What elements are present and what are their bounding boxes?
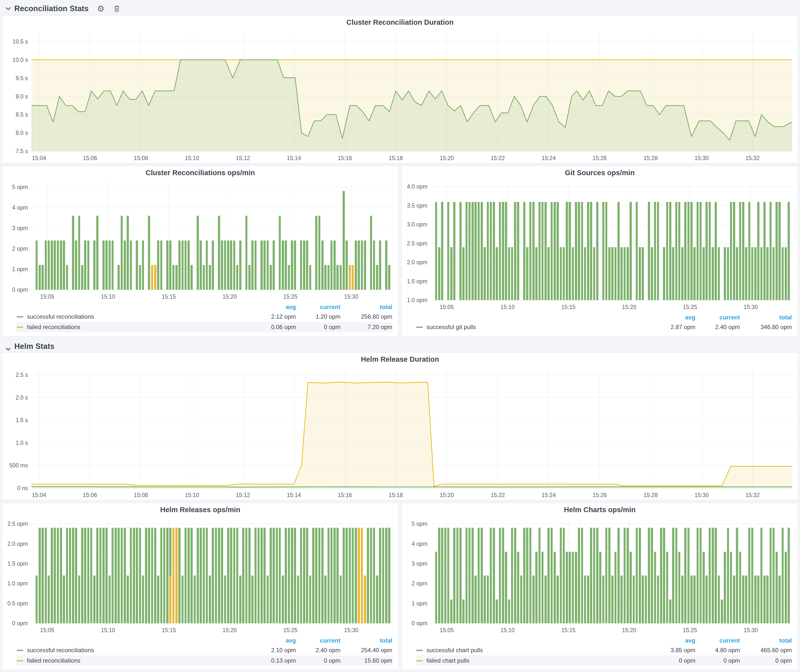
panel-title[interactable]: Helm Releases ops/min bbox=[2, 503, 398, 516]
svg-text:15:05: 15:05 bbox=[40, 627, 54, 634]
svg-text:15:26: 15:26 bbox=[592, 492, 607, 498]
panel-cluster-reconciliation-duration: Cluster Reconciliation Duration 7.5 s8.0… bbox=[2, 15, 798, 163]
legend-header-avg[interactable]: avg bbox=[251, 637, 296, 644]
legend-series-label[interactable]: successful git pulls bbox=[416, 324, 651, 331]
svg-text:15:04: 15:04 bbox=[32, 155, 46, 161]
svg-text:15:16: 15:16 bbox=[338, 492, 352, 498]
svg-text:10.0 s: 10.0 s bbox=[12, 57, 28, 63]
panel-title[interactable]: Helm Charts ops/min bbox=[402, 503, 798, 516]
dashboard: Reconciliation Stats ⚙ Cluster Reconcili… bbox=[0, 0, 800, 672]
legend-header-avg[interactable]: avg bbox=[651, 314, 695, 321]
legend-header-total[interactable]: total bbox=[740, 314, 792, 321]
svg-text:15:14: 15:14 bbox=[287, 492, 301, 498]
helm-charts-chart[interactable]: 0 opm1 opm2 opm3 opm4 opm5 opm15:0515:10… bbox=[402, 516, 798, 635]
legend-total-value: 346.80 opm bbox=[740, 324, 792, 331]
svg-text:2.0 opm: 2.0 opm bbox=[7, 541, 28, 547]
panel-title[interactable]: Cluster Reconciliation Duration bbox=[2, 16, 798, 29]
svg-text:15:30: 15:30 bbox=[344, 627, 358, 634]
legend-series-label[interactable]: successful chart pulls bbox=[416, 647, 651, 654]
legend-header-current[interactable]: current bbox=[296, 637, 341, 644]
legend-current-value: 2.40 opm bbox=[296, 647, 341, 654]
svg-text:15:24: 15:24 bbox=[541, 155, 556, 161]
svg-text:15:10: 15:10 bbox=[101, 627, 115, 634]
legend-series-label[interactable]: failed chart pulls bbox=[416, 657, 651, 664]
svg-text:15:30: 15:30 bbox=[744, 627, 758, 634]
panel-helm-charts-opm: Helm Charts ops/min 0 opm1 opm2 opm3 opm… bbox=[402, 503, 798, 670]
svg-text:2.0 s: 2.0 s bbox=[16, 394, 28, 401]
helm-release-duration-chart[interactable]: 0 ns500 ms1.0 s1.5 s2.0 s2.5 s15:0415:06… bbox=[2, 366, 798, 500]
svg-text:7.5 s: 7.5 s bbox=[16, 148, 28, 154]
svg-text:1.5 opm: 1.5 opm bbox=[407, 278, 427, 285]
svg-text:2.5 s: 2.5 s bbox=[16, 372, 28, 378]
legend: avg current total successful reconciliat… bbox=[2, 302, 398, 336]
svg-text:15:16: 15:16 bbox=[338, 155, 352, 161]
gear-icon[interactable]: ⚙ bbox=[97, 5, 104, 13]
legend-avg-value: 2.12 opm bbox=[251, 313, 296, 320]
cluster-reconciliations-chart[interactable]: 0 opm1 opm2 opm3 opm4 opm5 opm15:0515:10… bbox=[2, 179, 398, 302]
chevron-down-icon bbox=[5, 347, 11, 351]
series-color-dash bbox=[17, 316, 23, 317]
legend-row-failed-reconciliations: failed reconciliations 0.06 opm 0 opm 7.… bbox=[17, 322, 392, 332]
svg-text:15:20: 15:20 bbox=[440, 155, 454, 161]
legend-row-failed-chart-pulls: failed chart pulls 0 opm 0 opm 0 opm bbox=[416, 655, 792, 666]
svg-text:15:20: 15:20 bbox=[622, 304, 637, 310]
svg-text:2 opm: 2 opm bbox=[12, 245, 28, 252]
legend-row-successful-reconciliations: successful reconciliations 2.10 opm 2.40… bbox=[17, 645, 392, 655]
panel-title[interactable]: Cluster Reconciliations ops/min bbox=[2, 166, 398, 179]
helm-releases-chart[interactable]: 0 opm0.5 opm1.0 opm1.5 opm2.0 opm2.5 opm… bbox=[2, 516, 398, 635]
svg-text:5 opm: 5 opm bbox=[412, 521, 427, 527]
legend-header-total[interactable]: total bbox=[341, 304, 392, 310]
panel-title[interactable]: Helm Release Duration bbox=[2, 353, 798, 366]
svg-text:15:30: 15:30 bbox=[344, 293, 358, 300]
legend-series-label[interactable]: failed reconciliations bbox=[17, 324, 251, 331]
legend-total-value: 465.60 opm bbox=[740, 647, 792, 654]
svg-text:15:05: 15:05 bbox=[440, 627, 454, 634]
section-title: Reconciliation Stats bbox=[14, 4, 88, 13]
svg-text:15:32: 15:32 bbox=[745, 155, 760, 161]
legend-header-total[interactable]: total bbox=[341, 637, 392, 644]
svg-text:15:12: 15:12 bbox=[236, 492, 250, 498]
legend-current-value: 4.80 opm bbox=[695, 647, 740, 654]
legend: avg current total successful chart pulls… bbox=[402, 635, 798, 670]
legend-series-label[interactable]: successful reconciliations bbox=[17, 313, 251, 320]
section-header-reconciliation-stats[interactable]: Reconciliation Stats ⚙ bbox=[2, 2, 798, 15]
svg-text:15:10: 15:10 bbox=[101, 293, 115, 300]
svg-text:0 ns: 0 ns bbox=[17, 485, 28, 491]
legend-avg-value: 0.13 opm bbox=[251, 657, 296, 664]
series-color-dash bbox=[416, 650, 423, 651]
legend-header-row: avg current total bbox=[416, 313, 792, 322]
git-sources-chart[interactable]: 1.0 opm1.5 opm2.0 opm2.5 opm3.0 opm3.5 o… bbox=[402, 179, 798, 312]
svg-text:1.5 opm: 1.5 opm bbox=[7, 560, 28, 567]
legend-series-label[interactable]: successful reconciliations bbox=[17, 647, 251, 654]
legend-header-current[interactable]: current bbox=[695, 314, 740, 321]
svg-text:15:25: 15:25 bbox=[683, 304, 697, 310]
svg-text:1.5 s: 1.5 s bbox=[16, 417, 28, 423]
svg-text:15:30: 15:30 bbox=[694, 492, 709, 498]
panel-helm-releases-opm: Helm Releases ops/min 0 opm0.5 opm1.0 op… bbox=[2, 503, 398, 670]
svg-text:15:15: 15:15 bbox=[561, 627, 576, 634]
series-color-dash bbox=[416, 660, 423, 661]
svg-text:15:22: 15:22 bbox=[491, 492, 505, 498]
panel-title[interactable]: Git Sources ops/min bbox=[402, 166, 798, 179]
legend-header-avg[interactable]: avg bbox=[651, 637, 695, 644]
legend-current-value: 2.40 opm bbox=[695, 324, 740, 331]
panel-helm-release-duration: Helm Release Duration 0 ns500 ms1.0 s1.5… bbox=[2, 352, 798, 500]
panel-git-sources-opm: Git Sources ops/min 1.0 opm1.5 opm2.0 op… bbox=[402, 166, 798, 336]
legend-header-current[interactable]: current bbox=[296, 304, 341, 310]
legend-series-label[interactable]: failed reconciliations bbox=[17, 657, 251, 664]
svg-text:15:18: 15:18 bbox=[389, 492, 403, 498]
svg-text:8.0 s: 8.0 s bbox=[16, 130, 28, 136]
svg-text:0.5 opm: 0.5 opm bbox=[7, 600, 28, 607]
svg-text:15:22: 15:22 bbox=[491, 155, 505, 161]
svg-text:15:12: 15:12 bbox=[236, 155, 250, 161]
svg-text:1 opm: 1 opm bbox=[12, 266, 28, 272]
svg-text:15:20: 15:20 bbox=[222, 627, 237, 634]
legend-header-total[interactable]: total bbox=[740, 637, 792, 644]
legend-header-avg[interactable]: avg bbox=[251, 304, 296, 310]
legend-row-successful-git-pulls: successful git pulls 2.87 opm 2.40 opm 3… bbox=[416, 322, 792, 332]
trash-icon[interactable] bbox=[113, 5, 120, 13]
cluster-reconciliation-duration-chart[interactable]: 7.5 s8.0 s8.5 s9.0 s9.5 s10.0 s10.5 s15:… bbox=[2, 29, 798, 163]
legend-header-current[interactable]: current bbox=[695, 637, 740, 644]
section-header-helm-stats[interactable]: Helm Stats bbox=[2, 336, 798, 352]
svg-text:15:15: 15:15 bbox=[162, 293, 176, 300]
